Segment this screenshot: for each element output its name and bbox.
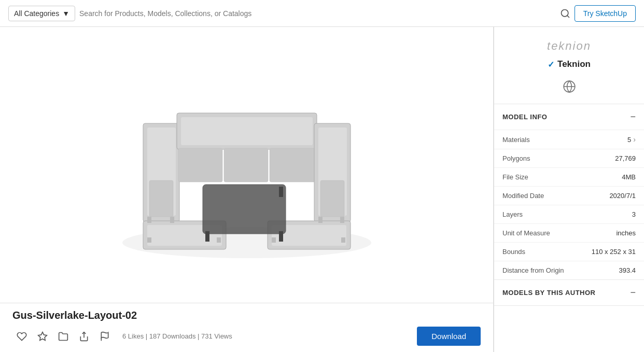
model-info-rows: Materials5›Polygons27,769File Size4MBMod…	[494, 130, 644, 279]
main-layout: Gus-Silverlake-Layout-02	[0, 27, 644, 352]
svg-rect-18	[203, 185, 286, 234]
flag-button[interactable]	[95, 329, 114, 344]
svg-rect-5	[149, 180, 173, 217]
info-label: Distance from Origin	[502, 266, 564, 274]
info-value: inches	[616, 229, 636, 237]
model-footer: Gus-Silverlake-Layout-02	[0, 303, 493, 352]
model-title: Gus-Silverlake-Layout-02	[12, 309, 481, 321]
brand-website-button[interactable]	[558, 78, 580, 95]
svg-rect-22	[279, 187, 283, 197]
verified-check-icon: ✓	[548, 60, 554, 69]
svg-rect-7	[181, 117, 313, 145]
models-by-author-section: MODELS BY THIS AUTHOR −	[494, 280, 644, 306]
info-row[interactable]: Materials5›	[494, 130, 644, 149]
svg-rect-26	[340, 217, 344, 223]
info-row: Unit of Measureinches	[494, 223, 644, 242]
info-row: File Size4MB	[494, 167, 644, 186]
navbar: All Categories ▼ Try SketchUp	[0, 0, 644, 27]
info-row: Modified Date2020/7/1	[494, 186, 644, 205]
info-label: Materials	[502, 136, 530, 144]
info-row: Distance from Origin393.4	[494, 261, 644, 279]
info-value: 393.4	[619, 266, 636, 274]
info-value: 110 x 252 x 31	[592, 248, 636, 256]
brand-section: teknion ✓ Teknion	[494, 27, 644, 104]
category-label: All Categories	[14, 9, 59, 18]
star-button[interactable]	[33, 329, 52, 344]
info-label: Bounds	[502, 248, 525, 256]
search-icon	[560, 8, 570, 19]
globe-icon	[563, 80, 576, 93]
svg-rect-20	[279, 231, 283, 242]
model-info-section: MODEL INFO − Materials5›Polygons27,769Fi…	[494, 104, 644, 280]
brand-logo: teknion	[547, 39, 591, 53]
svg-rect-23	[147, 217, 151, 223]
svg-rect-29	[272, 237, 276, 243]
brand-name-row: ✓ Teknion	[548, 59, 591, 69]
like-button[interactable]	[12, 329, 31, 344]
info-label: Unit of Measure	[502, 229, 550, 237]
info-label: Modified Date	[502, 192, 544, 200]
info-value: 27,769	[615, 154, 636, 162]
info-row: Polygons27,769	[494, 149, 644, 167]
svg-rect-21	[205, 231, 209, 242]
model-svg	[91, 56, 402, 274]
collapse-model-info-button[interactable]: −	[630, 111, 636, 122]
svg-rect-25	[318, 217, 323, 223]
info-value: 5›	[627, 135, 636, 144]
info-label: Layers	[502, 210, 523, 218]
heart-icon	[17, 331, 27, 342]
info-value: 3	[632, 210, 636, 218]
model-info-title: MODEL INFO	[502, 113, 547, 121]
info-label: File Size	[502, 173, 528, 181]
model-viewer	[0, 27, 493, 303]
models-by-author-header: MODELS BY THIS AUTHOR −	[494, 280, 644, 305]
share-icon	[79, 331, 89, 342]
info-value: 4MB	[622, 173, 636, 181]
models-by-author-title: MODELS BY THIS AUTHOR	[502, 289, 596, 297]
brand-name-text: Teknion	[557, 59, 591, 69]
info-row: Layers3	[494, 205, 644, 223]
search-button[interactable]	[560, 8, 570, 19]
download-button[interactable]: Download	[417, 327, 481, 346]
search-input[interactable]	[79, 9, 556, 18]
model-actions: 6 Likes | 187 Downloads | 731 Views Down…	[12, 327, 481, 346]
info-label: Polygons	[502, 154, 530, 162]
folder-icon	[58, 331, 68, 342]
svg-rect-27	[147, 237, 151, 243]
info-value: 2020/7/1	[609, 192, 636, 200]
chevron-right-icon: ›	[633, 135, 636, 144]
collection-button[interactable]	[54, 329, 73, 344]
svg-rect-24	[170, 217, 174, 223]
try-sketchup-button[interactable]: Try SketchUp	[575, 5, 636, 22]
svg-rect-8	[178, 148, 222, 182]
info-row: Bounds110 x 252 x 31	[494, 242, 644, 261]
star-icon	[37, 331, 48, 342]
left-panel: Gus-Silverlake-Layout-02	[0, 27, 494, 352]
collapse-models-by-author-button[interactable]: −	[630, 287, 636, 298]
category-dropdown[interactable]: All Categories ▼	[8, 6, 75, 21]
svg-rect-28	[217, 237, 221, 243]
svg-marker-31	[38, 332, 47, 340]
flag-icon	[100, 331, 110, 342]
right-panel: teknion ✓ Teknion MODEL INFO − Materials…	[494, 27, 644, 352]
svg-line-1	[567, 15, 569, 17]
share-button[interactable]	[75, 329, 93, 344]
svg-rect-10	[270, 148, 315, 182]
model-info-header: MODEL INFO −	[494, 104, 644, 130]
svg-rect-13	[320, 180, 344, 217]
chevron-down-icon: ▼	[62, 9, 69, 18]
svg-rect-9	[224, 148, 268, 182]
svg-rect-30	[341, 237, 345, 243]
model-stats: 6 Likes | 187 Downloads | 731 Views	[122, 332, 232, 340]
